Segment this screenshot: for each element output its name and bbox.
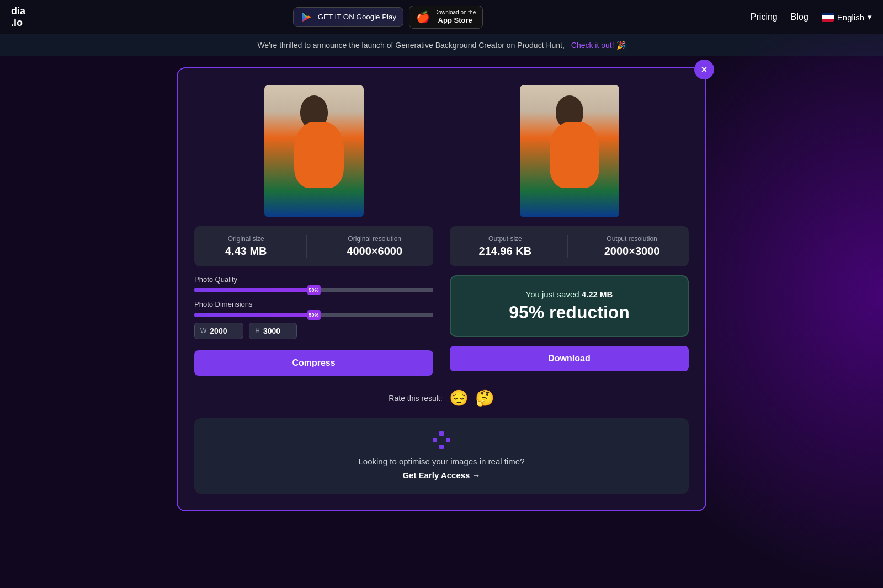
chevron-down-icon: ▾ xyxy=(868,12,872,22)
saved-amount: 4.22 MB xyxy=(582,290,613,299)
original-size-label: Original size xyxy=(225,235,267,243)
app-store-button[interactable]: 🍎 Download on the App Store xyxy=(409,6,483,29)
modal-columns: Original size 4.43 MB Original resolutio… xyxy=(194,85,689,376)
download-button[interactable]: Download xyxy=(450,346,689,371)
svg-rect-1 xyxy=(446,438,450,442)
main-content: × Original size 4.43 MB xyxy=(0,56,883,588)
close-button[interactable]: × xyxy=(694,60,714,79)
output-size-item: Output size 214.96 KB xyxy=(479,235,532,258)
original-resolution-label: Original resolution xyxy=(347,235,402,243)
navbar-left: dia.io xyxy=(11,6,25,29)
output-size-value: 214.96 KB xyxy=(479,245,532,258)
photo-dimensions-control: Photo Dimensions 50% W H xyxy=(194,300,433,339)
quality-slider-fill xyxy=(194,288,314,292)
saved-prefix: You just saved xyxy=(526,290,582,299)
apple-icon: 🍎 xyxy=(416,10,430,24)
height-input-group: H xyxy=(249,323,297,339)
modal: × Original size 4.43 MB xyxy=(177,67,706,511)
compress-button[interactable]: Compress xyxy=(194,350,433,376)
sad-emoji-button[interactable]: 😔 xyxy=(449,389,469,407)
neutral-emoji-button[interactable]: 🤔 xyxy=(475,389,494,407)
output-resolution-label: Output resolution xyxy=(604,235,660,243)
cta-link[interactable]: Get Early Access → xyxy=(402,471,480,480)
reduction-text: 95% reduction xyxy=(464,302,674,323)
cta-banner: Looking to optimise your images in real … xyxy=(194,418,689,494)
original-size-item: Original size 4.43 MB xyxy=(225,235,267,258)
rate-section: Rate this result: 😔 🤔 xyxy=(194,389,689,407)
dimensions-slider-track[interactable]: 50% xyxy=(194,313,433,317)
original-image-container xyxy=(264,85,364,217)
google-play-text: GET IT ON Google Play xyxy=(318,13,396,21)
width-input[interactable] xyxy=(210,327,237,335)
svg-rect-0 xyxy=(439,431,444,436)
output-resolution-value: 2000×3000 xyxy=(604,245,660,258)
info-divider xyxy=(306,235,307,258)
cta-text: Looking to optimise your images in real … xyxy=(208,457,675,466)
language-label: English xyxy=(837,13,864,22)
navbar-right: Pricing Blog English ▾ xyxy=(751,12,872,22)
width-input-group: W xyxy=(194,323,243,339)
app-store-text: Download on the App Store xyxy=(434,9,476,25)
height-input[interactable] xyxy=(263,327,291,335)
announcement-bar: We're thrilled to announce the launch of… xyxy=(0,34,883,56)
original-resolution-value: 4000×6000 xyxy=(347,245,402,258)
original-size-value: 4.43 MB xyxy=(225,245,267,258)
svg-rect-2 xyxy=(439,445,444,449)
original-image xyxy=(264,85,364,217)
output-image-container xyxy=(520,85,619,217)
output-image-panel xyxy=(450,85,689,217)
photo-dimensions-label: Photo Dimensions xyxy=(194,300,433,308)
announcement-text: We're thrilled to announce the launch of… xyxy=(257,41,565,50)
photo-quality-label: Photo Quality xyxy=(194,275,433,284)
language-selector[interactable]: English ▾ xyxy=(822,12,872,22)
original-image-panel xyxy=(194,85,433,217)
dimensions-slider-fill xyxy=(194,313,314,317)
dimension-inputs: W H xyxy=(194,323,433,339)
uk-flag-icon xyxy=(822,13,834,22)
output-info-card: Output size 214.96 KB Output resolution … xyxy=(450,226,689,266)
google-play-button[interactable]: GET IT ON Google Play xyxy=(293,7,403,27)
announcement-emoji: 🎉 xyxy=(616,41,626,50)
output-info-divider xyxy=(567,235,568,258)
pricing-link[interactable]: Pricing xyxy=(751,12,778,22)
output-resolution-item: Output resolution 2000×3000 xyxy=(604,235,660,258)
saved-text: You just saved 4.22 MB xyxy=(464,290,674,299)
quality-slider-thumb[interactable]: 50% xyxy=(307,285,321,295)
original-resolution-item: Original resolution 4000×6000 xyxy=(347,235,402,258)
announcement-link[interactable]: Check it out! xyxy=(571,41,614,50)
cta-icon xyxy=(208,431,675,452)
original-info-card: Original size 4.43 MB Original resolutio… xyxy=(194,226,433,266)
height-label: H xyxy=(255,327,260,335)
photo-quality-control: Photo Quality 50% xyxy=(194,275,433,292)
right-column: Output size 214.96 KB Output resolution … xyxy=(450,85,689,376)
blog-link[interactable]: Blog xyxy=(791,12,808,22)
logo: dia.io xyxy=(11,6,25,29)
left-column: Original size 4.43 MB Original resolutio… xyxy=(194,85,433,376)
navbar-center: GET IT ON Google Play 🍎 Download on the … xyxy=(293,6,483,29)
dimensions-slider-thumb[interactable]: 50% xyxy=(307,310,321,320)
svg-rect-3 xyxy=(433,438,437,442)
rate-label: Rate this result: xyxy=(389,394,442,403)
output-size-label: Output size xyxy=(479,235,532,243)
navbar: dia.io xyxy=(0,0,883,34)
savings-card: You just saved 4.22 MB 95% reduction xyxy=(450,275,689,337)
output-image xyxy=(520,85,619,217)
width-label: W xyxy=(200,327,206,335)
quality-slider-track[interactable]: 50% xyxy=(194,288,433,292)
